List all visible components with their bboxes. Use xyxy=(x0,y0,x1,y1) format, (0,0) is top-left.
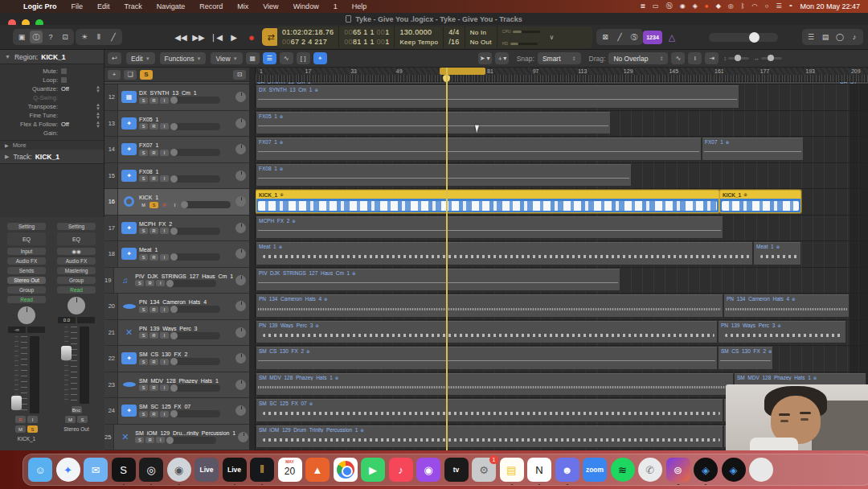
track-row-PN_134_Cameron_Hats_4[interactable]: 20PN_134_Cameron_Hats_4SRI xyxy=(104,294,249,320)
track-row-SM_SC_125_FX_07[interactable]: 24✦SM_SC_125_FX_07SRI xyxy=(104,398,249,425)
region-PN_139_Ways_Perc_3[interactable]: PN_139_Ways_Perc_3⊕ xyxy=(718,321,846,344)
slider-knob[interactable] xyxy=(170,149,178,156)
track-i-button[interactable]: I xyxy=(160,150,169,156)
orange-dot-icon[interactable]: ● xyxy=(705,0,709,13)
track-row-PN_139_Ways_Perc_3[interactable]: 21✕PN_139_Ways_Perc_3SRI xyxy=(104,320,249,347)
track-s-button[interactable]: S xyxy=(139,228,148,234)
strip-audiofx-slot[interactable]: Audio FX xyxy=(7,257,46,265)
track-volume-slider[interactable] xyxy=(170,149,220,156)
track-row-PIV_DJK_STRINGS_127_Haus_Cm_1[interactable]: 19♫PIV_DJK_STRINGS_127_Haus_Cm_1SRI xyxy=(104,268,249,294)
volume-fader[interactable] xyxy=(14,336,18,413)
track-pan-knob[interactable] xyxy=(235,380,246,390)
automation-icon[interactable]: ∿ xyxy=(280,52,293,64)
track-pan-knob[interactable] xyxy=(235,353,246,364)
monitor-icon[interactable]: ▣ xyxy=(15,31,28,43)
input-menu-icon[interactable]: ☰ xyxy=(776,0,781,13)
dock-brave[interactable]: ▲ xyxy=(305,458,330,482)
track-row-FX05_1[interactable]: 13✦FX05_1SRI xyxy=(104,111,249,138)
list-view-icon[interactable]: ☰ xyxy=(263,52,276,64)
track-name[interactable]: SM_MDV_128_Phazey_Hats_1 xyxy=(139,378,233,384)
track-i-button[interactable]: I xyxy=(160,97,169,104)
slider-knob[interactable] xyxy=(170,228,178,235)
menu-window[interactable]: Window xyxy=(286,2,326,10)
wifi-icon[interactable]: ◠ xyxy=(752,0,758,13)
dock-whatsapp[interactable]: ✆ xyxy=(638,458,662,482)
marquee-tool-icon[interactable]: [ ] xyxy=(297,52,310,64)
strip-mastering-slot[interactable]: Mastering xyxy=(57,267,96,274)
track-arrange-divider[interactable] xyxy=(249,68,256,450)
playhead-line[interactable] xyxy=(446,68,448,450)
snap-dropdown[interactable]: Smart⇕ xyxy=(538,52,581,64)
track-i-button[interactable]: I xyxy=(160,228,169,234)
slider-knob[interactable] xyxy=(170,253,178,261)
track-pan-knob[interactable] xyxy=(235,92,246,102)
track-r-button[interactable]: R xyxy=(149,123,158,129)
grid-view-icon[interactable]: ▦ xyxy=(246,52,260,64)
pointer-tool-menu[interactable]: ➤ ▾ xyxy=(478,52,492,64)
replace-icon[interactable]: ⊠ xyxy=(599,31,612,43)
slider-knob[interactable] xyxy=(170,384,178,392)
menu-view[interactable]: View xyxy=(256,2,285,10)
region-SM_CS_130_FX_2[interactable]: SM_CS_130_FX_2⊕ xyxy=(718,347,773,370)
menu-bar-clock[interactable]: Mon 20 May 22:47 xyxy=(800,2,860,10)
dock-mail[interactable]: ✉ xyxy=(84,458,108,482)
slider-knob[interactable] xyxy=(166,280,174,287)
region-inspector-header[interactable]: ▼ Region: KICK_1 xyxy=(0,50,104,64)
dock-calendar[interactable]: MAY20 xyxy=(278,458,302,482)
lcd-midi-io[interactable]: No In No Out xyxy=(465,27,497,48)
track-i-button[interactable]: I xyxy=(160,411,169,417)
track-r-button[interactable]: R xyxy=(149,332,158,339)
track-pan-knob[interactable] xyxy=(238,432,248,442)
track-s-button[interactable]: S xyxy=(149,202,158,208)
menu-mix[interactable]: Mix xyxy=(230,2,256,10)
track-r-button[interactable]: R xyxy=(149,384,158,391)
track-pan-knob[interactable] xyxy=(235,171,246,181)
track-r-button[interactable]: R xyxy=(149,228,158,234)
track-row-SM_iOM_129_Dru...rinity_Percussion_1[interactable]: 25✕SM_iOM_129_Dru...rinity_Percussion_1S… xyxy=(104,425,249,451)
track-volume-slider[interactable] xyxy=(170,123,220,130)
dock-spotify[interactable]: ≋ xyxy=(611,458,635,482)
stepper-control[interactable]: ▲▼ xyxy=(96,112,100,120)
rewind-button[interactable]: ◀◀ xyxy=(174,28,188,46)
volume-fader[interactable] xyxy=(64,327,68,404)
region-MCPH_FX_2[interactable]: MCPH_FX_2⊕ xyxy=(256,216,723,240)
track-i-button[interactable]: I xyxy=(156,280,165,286)
track-volume-slider[interactable] xyxy=(170,306,220,313)
shield-icon[interactable]: ◆ xyxy=(716,0,721,13)
track-s-button[interactable]: S xyxy=(139,332,148,339)
autopunch-icon[interactable]: ╱ xyxy=(613,31,626,43)
track-volume-slider[interactable] xyxy=(170,175,220,183)
dock-splice[interactable]: S xyxy=(112,458,136,482)
track-volume-slider[interactable] xyxy=(170,410,220,417)
flex-icon[interactable]: ⌖ xyxy=(313,52,327,64)
eq-meter-icon[interactable]: ≣ xyxy=(640,0,645,13)
bar-ruler[interactable]: 1173349658197113129145161177193209 xyxy=(256,68,868,82)
tuner-icon[interactable]: ☀ xyxy=(78,31,91,43)
metronome-button[interactable]: △ xyxy=(665,31,678,43)
record-enable-button[interactable]: R xyxy=(15,416,26,423)
stepper-control[interactable]: ▲▼ xyxy=(96,85,100,93)
track-r-button[interactable]: R xyxy=(149,254,158,261)
region-SM_SC_125_FX_07[interactable]: SM_SC_125_FX_07⊕ xyxy=(256,399,723,422)
dock-safari[interactable]: ✦ xyxy=(56,458,80,482)
volume-value[interactable]: -∞ xyxy=(8,327,26,333)
media-browser-icon[interactable]: ♪ xyxy=(848,31,861,43)
dock-ua-plugin-1[interactable]: ◈ xyxy=(694,458,718,482)
track-s-button[interactable]: S xyxy=(135,437,144,443)
volume-value[interactable]: 0.0 xyxy=(58,317,76,323)
fader-thumb[interactable] xyxy=(61,346,72,360)
play-button[interactable]: ▶ xyxy=(227,28,241,46)
region-FX05_1[interactable]: FX05_1⊕ xyxy=(256,112,611,135)
region-Meat_1[interactable]: Meat_1⊕ xyxy=(753,242,801,265)
input-monitor-button[interactable]: I xyxy=(27,416,38,423)
track-pan-knob[interactable] xyxy=(235,275,246,286)
track-i-button[interactable]: I xyxy=(170,202,179,208)
siri-icon[interactable]: ◓ xyxy=(789,0,793,13)
stop-button[interactable]: ❘◀ xyxy=(209,28,223,46)
track-name[interactable]: FX08_1 xyxy=(139,169,233,175)
track-s-button[interactable]: S xyxy=(139,306,148,313)
slider-knob[interactable] xyxy=(170,332,178,339)
track-i-button[interactable]: I xyxy=(160,254,169,261)
dock-facetime[interactable]: ▶ xyxy=(361,458,385,482)
track-s-button[interactable]: S xyxy=(139,254,148,261)
